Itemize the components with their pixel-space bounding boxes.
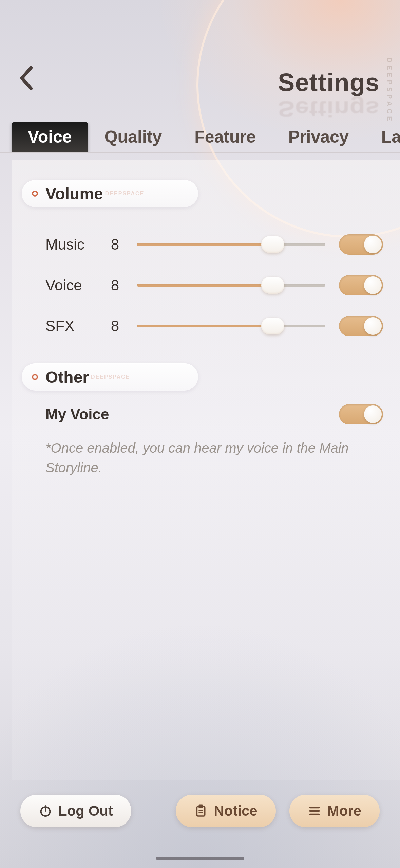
power-icon <box>39 804 52 818</box>
page-title: Settings <box>278 68 380 97</box>
tab-language[interactable]: Language <box>365 122 400 152</box>
tab-quality[interactable]: Quality <box>88 122 178 152</box>
footer-bar: Log Out Notice More <box>0 795 400 827</box>
tab-privacy[interactable]: Privacy <box>272 122 365 152</box>
volume-row-sfx: SFX 8 <box>45 306 383 346</box>
toggle-sfx[interactable] <box>339 316 383 336</box>
menu-icon <box>308 804 321 818</box>
row-label: Voice <box>45 277 103 294</box>
slider-music[interactable] <box>137 238 325 251</box>
toggle-my-voice[interactable] <box>339 404 383 424</box>
slider-sfx[interactable] <box>137 319 325 333</box>
section-title: Volume <box>45 184 103 203</box>
clipboard-icon <box>194 804 208 818</box>
more-button[interactable]: More <box>289 795 380 827</box>
section-title: Other <box>45 368 89 386</box>
toggle-music[interactable] <box>339 234 383 255</box>
volume-rows: Music 8 Voice 8 SFX 8 <box>12 207 400 353</box>
section-deco-text: DEEPSPACE <box>91 374 130 380</box>
more-label: More <box>327 803 361 819</box>
toggle-knob <box>364 276 382 294</box>
row-label: Music <box>45 236 103 253</box>
volume-row-music: Music 8 <box>45 224 383 265</box>
volume-row-voice: Voice 8 <box>45 265 383 306</box>
section-header-volume: Volume DEEPSPACE <box>22 180 198 207</box>
row-my-voice: My Voice <box>12 391 400 431</box>
header: Settings Settings DEEPSPACE <box>0 0 400 122</box>
row-label: SFX <box>45 318 103 334</box>
section-deco-text: DEEPSPACE <box>105 191 145 197</box>
slider-track <box>137 325 325 327</box>
settings-tabs: Voice Quality Feature Privacy Language <box>0 122 400 153</box>
section-bullet-icon <box>32 191 38 197</box>
logout-button[interactable]: Log Out <box>20 795 131 827</box>
row-value: 8 <box>103 277 127 294</box>
slider-thumb[interactable] <box>261 236 284 253</box>
notice-label: Notice <box>214 803 257 819</box>
slider-thumb[interactable] <box>261 277 284 294</box>
notice-button[interactable]: Notice <box>176 795 275 827</box>
home-indicator[interactable] <box>156 857 244 860</box>
section-bullet-icon <box>32 374 38 380</box>
tab-feature[interactable]: Feature <box>178 122 272 152</box>
toggle-knob <box>364 317 382 335</box>
side-brand-text: DEEPSPACE <box>385 58 393 124</box>
my-voice-note: *Once enabled, you can hear my voice in … <box>12 431 400 477</box>
my-voice-label: My Voice <box>45 406 109 423</box>
slider-track <box>137 284 325 287</box>
row-value: 8 <box>103 236 127 253</box>
slider-voice[interactable] <box>137 278 325 292</box>
page-title-reflection: Settings <box>278 96 380 122</box>
settings-panel: Volume DEEPSPACE Music 8 Voice 8 SFX 8 <box>12 160 400 780</box>
slider-track <box>137 243 325 246</box>
chevron-left-icon <box>19 66 35 90</box>
row-value: 8 <box>103 318 127 334</box>
toggle-voice[interactable] <box>339 275 383 295</box>
tab-voice[interactable]: Voice <box>12 122 88 152</box>
slider-thumb[interactable] <box>261 318 284 334</box>
toggle-knob <box>364 405 382 423</box>
back-button[interactable] <box>14 65 41 92</box>
toggle-knob <box>364 236 382 253</box>
section-header-other: Other DEEPSPACE <box>22 363 198 391</box>
logout-label: Log Out <box>58 803 113 819</box>
